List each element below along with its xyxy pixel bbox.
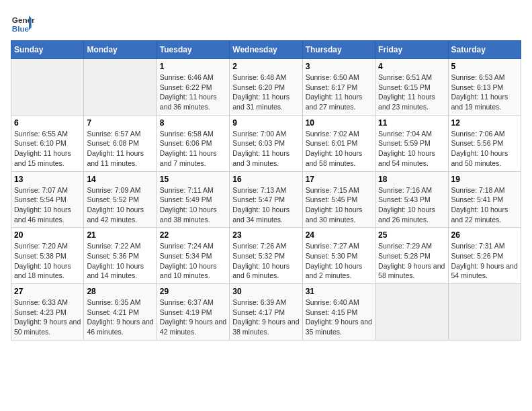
calendar-cell: 19Sunrise: 7:18 AM Sunset: 5:41 PM Dayli…: [448, 171, 521, 228]
day-number: 3: [306, 62, 372, 71]
calendar-cell: 31Sunrise: 6:40 AM Sunset: 4:15 PM Dayli…: [302, 284, 375, 340]
calendar-cell: 24Sunrise: 7:27 AM Sunset: 5:30 PM Dayli…: [302, 228, 375, 284]
calendar-cell: 20Sunrise: 7:20 AM Sunset: 5:38 PM Dayli…: [11, 228, 84, 284]
calendar-cell: 3Sunrise: 6:50 AM Sunset: 6:17 PM Daylig…: [302, 59, 375, 116]
day-info: Sunrise: 7:24 AM Sunset: 5:34 PM Dayligh…: [160, 241, 226, 281]
calendar-cell: 29Sunrise: 6:37 AM Sunset: 4:19 PM Dayli…: [157, 284, 229, 340]
day-number: 21: [87, 230, 153, 240]
calendar-cell: 23Sunrise: 7:26 AM Sunset: 5:32 PM Dayli…: [230, 228, 302, 284]
day-number: 8: [160, 118, 226, 128]
day-number: 7: [87, 118, 153, 128]
day-number: 12: [451, 118, 518, 128]
day-number: 5: [451, 62, 518, 71]
logo-icon: General Blue: [11, 11, 35, 35]
page-header: General Blue: [11, 11, 521, 35]
calendar-cell: [375, 284, 448, 340]
calendar-cell: 26Sunrise: 7:31 AM Sunset: 5:26 PM Dayli…: [448, 228, 521, 284]
calendar-week-2: 6Sunrise: 6:55 AM Sunset: 6:10 PM Daylig…: [11, 115, 521, 171]
day-info: Sunrise: 6:37 AM Sunset: 4:19 PM Dayligh…: [160, 298, 226, 337]
day-info: Sunrise: 6:48 AM Sunset: 6:20 PM Dayligh…: [232, 73, 299, 112]
day-header-sunday: Sunday: [11, 41, 84, 59]
day-number: 22: [160, 230, 226, 240]
day-number: 23: [232, 230, 299, 240]
calendar-week-3: 13Sunrise: 7:07 AM Sunset: 5:54 PM Dayli…: [11, 171, 521, 228]
day-number: 28: [87, 287, 153, 296]
calendar-cell: 28Sunrise: 6:35 AM Sunset: 4:21 PM Dayli…: [84, 284, 157, 340]
day-info: Sunrise: 6:40 AM Sunset: 4:15 PM Dayligh…: [306, 298, 372, 337]
day-header-friday: Friday: [375, 41, 448, 59]
calendar-week-1: 1Sunrise: 6:46 AM Sunset: 6:22 PM Daylig…: [11, 59, 521, 116]
svg-text:Blue: Blue: [12, 24, 30, 33]
calendar-table: SundayMondayTuesdayWednesdayThursdayFrid…: [11, 40, 521, 340]
day-number: 19: [451, 175, 518, 184]
day-info: Sunrise: 7:18 AM Sunset: 5:41 PM Dayligh…: [451, 185, 518, 225]
day-number: 24: [306, 230, 372, 240]
day-info: Sunrise: 6:35 AM Sunset: 4:21 PM Dayligh…: [87, 298, 153, 337]
calendar-week-5: 27Sunrise: 6:33 AM Sunset: 4:23 PM Dayli…: [11, 284, 521, 340]
day-number: 11: [378, 118, 445, 128]
calendar-week-4: 20Sunrise: 7:20 AM Sunset: 5:38 PM Dayli…: [11, 228, 521, 284]
day-number: 26: [451, 230, 518, 240]
calendar-cell: 8Sunrise: 6:58 AM Sunset: 6:06 PM Daylig…: [157, 115, 229, 171]
day-number: 29: [160, 287, 226, 296]
day-info: Sunrise: 7:11 AM Sunset: 5:49 PM Dayligh…: [160, 185, 226, 225]
day-info: Sunrise: 7:00 AM Sunset: 6:03 PM Dayligh…: [232, 129, 299, 169]
day-number: 18: [378, 175, 445, 184]
day-number: 25: [378, 230, 445, 240]
day-header-monday: Monday: [84, 41, 157, 59]
day-number: 6: [14, 118, 81, 128]
day-info: Sunrise: 6:57 AM Sunset: 6:08 PM Dayligh…: [87, 129, 153, 169]
calendar-cell: 11Sunrise: 7:04 AM Sunset: 5:59 PM Dayli…: [375, 115, 448, 171]
day-info: Sunrise: 7:02 AM Sunset: 6:01 PM Dayligh…: [306, 129, 372, 169]
day-number: 1: [160, 62, 226, 71]
logo: General Blue: [11, 11, 35, 35]
day-number: 16: [232, 175, 299, 184]
day-info: Sunrise: 6:53 AM Sunset: 6:13 PM Dayligh…: [451, 73, 518, 112]
day-info: Sunrise: 7:09 AM Sunset: 5:52 PM Dayligh…: [87, 185, 153, 225]
calendar-body: 1Sunrise: 6:46 AM Sunset: 6:22 PM Daylig…: [11, 59, 521, 340]
calendar-cell: 14Sunrise: 7:09 AM Sunset: 5:52 PM Dayli…: [84, 171, 157, 228]
day-number: 30: [232, 287, 299, 296]
day-info: Sunrise: 7:07 AM Sunset: 5:54 PM Dayligh…: [14, 185, 81, 225]
calendar-cell: 5Sunrise: 6:53 AM Sunset: 6:13 PM Daylig…: [448, 59, 521, 116]
day-number: 13: [14, 175, 81, 184]
day-info: Sunrise: 6:51 AM Sunset: 6:15 PM Dayligh…: [378, 73, 445, 112]
day-info: Sunrise: 7:31 AM Sunset: 5:26 PM Dayligh…: [451, 241, 518, 281]
day-number: 27: [14, 287, 81, 296]
day-info: Sunrise: 7:22 AM Sunset: 5:36 PM Dayligh…: [87, 241, 153, 281]
day-number: 14: [87, 175, 153, 184]
day-header-thursday: Thursday: [302, 41, 375, 59]
calendar-cell: 18Sunrise: 7:16 AM Sunset: 5:43 PM Dayli…: [375, 171, 448, 228]
day-number: 31: [306, 287, 372, 296]
calendar-cell: 13Sunrise: 7:07 AM Sunset: 5:54 PM Dayli…: [11, 171, 84, 228]
day-number: 20: [14, 230, 81, 240]
day-info: Sunrise: 7:06 AM Sunset: 5:56 PM Dayligh…: [451, 129, 518, 169]
day-info: Sunrise: 7:16 AM Sunset: 5:43 PM Dayligh…: [378, 185, 445, 225]
day-header-saturday: Saturday: [448, 41, 521, 59]
calendar-cell: [11, 59, 84, 116]
calendar-cell: 9Sunrise: 7:00 AM Sunset: 6:03 PM Daylig…: [230, 115, 302, 171]
calendar-cell: 22Sunrise: 7:24 AM Sunset: 5:34 PM Dayli…: [157, 228, 229, 284]
calendar-cell: 16Sunrise: 7:13 AM Sunset: 5:47 PM Dayli…: [230, 171, 302, 228]
day-number: 2: [232, 62, 299, 71]
day-number: 17: [306, 175, 372, 184]
calendar-cell: 4Sunrise: 6:51 AM Sunset: 6:15 PM Daylig…: [375, 59, 448, 116]
day-info: Sunrise: 6:55 AM Sunset: 6:10 PM Dayligh…: [14, 129, 81, 169]
day-number: 9: [232, 118, 299, 128]
calendar-cell: 7Sunrise: 6:57 AM Sunset: 6:08 PM Daylig…: [84, 115, 157, 171]
calendar-cell: 6Sunrise: 6:55 AM Sunset: 6:10 PM Daylig…: [11, 115, 84, 171]
day-info: Sunrise: 6:50 AM Sunset: 6:17 PM Dayligh…: [306, 73, 372, 112]
day-info: Sunrise: 7:13 AM Sunset: 5:47 PM Dayligh…: [232, 185, 299, 225]
calendar-cell: [84, 59, 157, 116]
calendar-cell: 15Sunrise: 7:11 AM Sunset: 5:49 PM Dayli…: [157, 171, 229, 228]
calendar-cell: 17Sunrise: 7:15 AM Sunset: 5:45 PM Dayli…: [302, 171, 375, 228]
day-info: Sunrise: 6:46 AM Sunset: 6:22 PM Dayligh…: [160, 73, 226, 112]
day-number: 4: [378, 62, 445, 71]
calendar-header-row: SundayMondayTuesdayWednesdayThursdayFrid…: [11, 41, 521, 59]
svg-text:General: General: [12, 15, 35, 24]
calendar-cell: 1Sunrise: 6:46 AM Sunset: 6:22 PM Daylig…: [157, 59, 229, 116]
day-info: Sunrise: 7:26 AM Sunset: 5:32 PM Dayligh…: [232, 241, 299, 281]
calendar-cell: 2Sunrise: 6:48 AM Sunset: 6:20 PM Daylig…: [230, 59, 302, 116]
day-header-tuesday: Tuesday: [157, 41, 229, 59]
day-info: Sunrise: 7:20 AM Sunset: 5:38 PM Dayligh…: [14, 241, 81, 281]
